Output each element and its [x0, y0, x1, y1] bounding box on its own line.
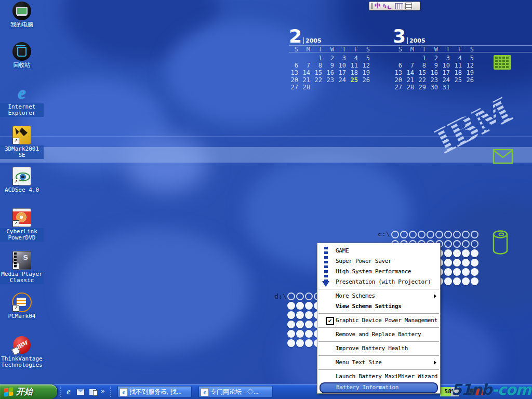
icon-label: ACDSee 4.0 [4, 187, 40, 194]
calendar-day: 11 [453, 62, 464, 69]
calendar-day: 23 [325, 76, 337, 84]
desktop-icon-pcmark04[interactable]: ↗ PCMark04 [0, 292, 44, 320]
free-block-dot [462, 231, 470, 238]
free-block-dot [296, 292, 304, 300]
weekday-label: T [441, 46, 453, 53]
internet-explorer-icon[interactable]: e [12, 83, 32, 103]
desktop: 我的电脑 回收站 e Internet Explorer ↗ 3DMark200… [0, 0, 532, 399]
ime-width-toggle-icon[interactable]: % [383, 3, 387, 9]
calendar-day: 9 [429, 62, 441, 69]
calendar-day: 5 [361, 55, 373, 62]
menu-item-presentation-with-projector[interactable]: Presentation (with Projector) [317, 277, 440, 287]
menu-item-remove-and-replace-battery[interactable]: Remove and Replace Battery [317, 329, 440, 340]
calendar-day: 12 [464, 62, 476, 69]
ime-menu-icon[interactable] [405, 3, 412, 9]
calendar-day: 13 [289, 69, 301, 76]
calendar-day: 8 [417, 62, 429, 69]
calendar-day: 18 [453, 69, 464, 76]
3dmark2001-icon[interactable]: ↗ [12, 125, 32, 145]
icon-label: PCMark04 [7, 313, 37, 320]
my-computer-icon[interactable] [12, 1, 32, 21]
free-block-dot [471, 240, 478, 248]
menu-separator [318, 355, 439, 356]
calendar-day: 22 [313, 76, 325, 84]
calendar-month-february: 2 2005 SMTWTFS 1234567891011121314151617… [289, 28, 377, 91]
icon-label: Internet Explorer [0, 103, 44, 117]
used-block-dot [471, 277, 478, 285]
ime-keyboard-icon[interactable] [395, 3, 403, 9]
start-label: 开始 [16, 387, 33, 397]
task-button-forum[interactable]: e 专门网论坛 - ◇... [198, 386, 273, 397]
pcmark04-icon[interactable]: ↗ [12, 292, 32, 312]
calendar-day: 26 [464, 76, 476, 84]
menu-item-launch-battery-maximiser-wizard[interactable]: Launch Battery MaxiMiser Wizard [317, 371, 440, 382]
calendar-day: 27 [393, 84, 405, 91]
ime-mode-button[interactable]: 中 [375, 2, 381, 10]
menu-item-menu-text-size[interactable]: Menu Text Size [317, 357, 440, 368]
task-title: 专门网论坛 - ◇... [210, 388, 259, 395]
menu-item-improve-battery-health[interactable]: Improve Battery Health [317, 343, 440, 354]
task-button-server-not-found[interactable]: e 找不到服务器, 找... [117, 386, 192, 397]
used-block-dot [296, 339, 304, 347]
menu-item-high-system-performance[interactable]: High System Performance [317, 267, 440, 277]
calendar-day: 12 [361, 62, 373, 69]
used-block-dot [453, 277, 461, 285]
desktop-icon-3dmark2001[interactable]: ↗ 3DMark2001 SE [0, 125, 44, 159]
calendar-day: 15 [313, 69, 325, 76]
task-title: 找不到服务器, 找... [129, 388, 182, 395]
taskbar-separator [60, 387, 61, 397]
calendar-day-empty [361, 84, 373, 91]
calendar-day: 19 [464, 69, 476, 76]
ime-punctuation-icon[interactable] [389, 4, 393, 8]
used-block-dot [453, 268, 461, 276]
start-button[interactable]: 开始 [0, 384, 57, 399]
media-player-classic-icon[interactable]: ↗ [12, 250, 32, 270]
desktop-icon-my-computer[interactable]: 我的电脑 [0, 1, 44, 29]
calendar-day: 3 [337, 55, 349, 62]
free-block-dot [444, 240, 452, 248]
used-block-dot [462, 259, 470, 267]
battery-cylinder-icon [491, 230, 510, 256]
menu-item-game[interactable]: GAME [317, 246, 440, 256]
desktop-icon-thinkvantage[interactable]: IBM↗ ThinkVantage Technologies [0, 335, 44, 369]
desktop-icon-media-player-classic[interactable]: ↗ Media Player Classic [0, 250, 44, 284]
quicklaunch-outlook-express-icon[interactable] [75, 387, 86, 397]
quicklaunch-show-desktop-icon[interactable] [87, 387, 98, 397]
thinkvantage-icon[interactable]: IBM↗ [12, 335, 32, 355]
menu-item-super-power-saver[interactable]: Super Power Saver [317, 256, 440, 267]
calendar-day: 19 [361, 69, 373, 76]
used-block-dot [287, 302, 295, 310]
weekday-label: F [453, 46, 464, 53]
desktop-icon-acdsee[interactable]: ↗ ACDSee 4.0 [0, 166, 44, 194]
free-block-dot [409, 231, 417, 238]
checkbox-checked-icon[interactable]: ✔ [326, 317, 334, 325]
desktop-icon-recycle-bin[interactable]: 回收站 [0, 42, 44, 69]
calendar-day: 16 [325, 69, 337, 76]
free-block-dot [462, 240, 470, 248]
icon-label: 回收站 [12, 62, 32, 69]
menu-item-graphic-device-power-management[interactable]: ✔Graphic Device Power Management [317, 315, 440, 326]
desktop-icon-powerdvd[interactable]: ↗ CyberLink PowerDVD [0, 208, 44, 242]
desktop-icon-internet-explorer[interactable]: e Internet Explorer [0, 83, 44, 117]
calendar-day: 25 [349, 76, 361, 84]
used-block-dot [296, 302, 304, 310]
acdsee-icon[interactable]: ↗ [12, 166, 32, 186]
quicklaunch-overflow-chevron[interactable]: » [101, 388, 105, 395]
menu-item-more-schemes[interactable]: More Schemes [317, 291, 440, 301]
calendar-day: 7 [405, 62, 417, 69]
calendar-day: 30 [429, 84, 441, 91]
weekday-label: T [313, 46, 325, 53]
menu-item-view-scheme-settings[interactable]: View Scheme Settings [317, 301, 440, 312]
calendar-day: 27 [289, 84, 301, 91]
ime-language-bar[interactable]: 中 % [369, 2, 420, 10]
weekday-row: SMTWTFS [289, 46, 377, 53]
calendar-day: 3 [441, 55, 453, 62]
quicklaunch-internet-explorer-icon[interactable]: e [63, 387, 74, 397]
calendar-day-empty [289, 55, 301, 62]
powerdvd-icon[interactable]: ↗ [12, 208, 32, 228]
recycle-bin-icon[interactable] [12, 42, 32, 61]
ime-caret-icon [371, 3, 373, 9]
calendar-day: 21 [405, 76, 417, 84]
weekday-label: M [405, 46, 417, 53]
menu-item-battery-information[interactable]: Battery Information [320, 382, 438, 393]
